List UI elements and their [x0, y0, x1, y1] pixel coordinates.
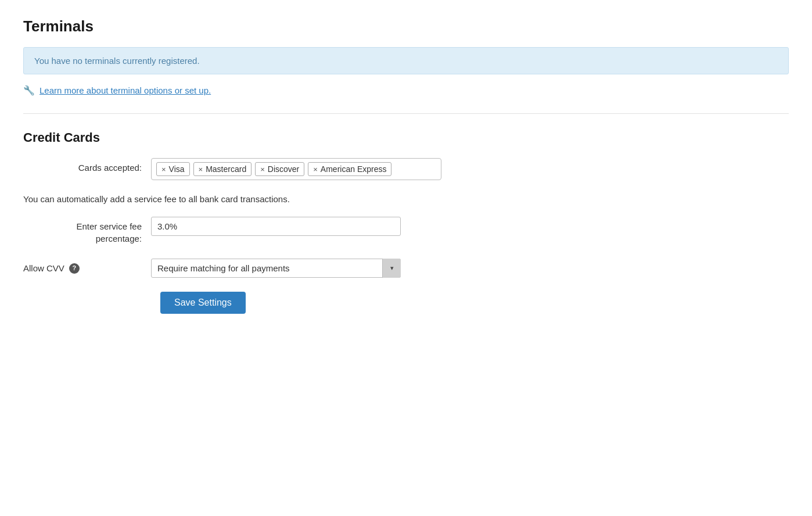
tag-visa-label: Visa — [169, 164, 185, 174]
no-terminals-banner: You have no terminals currently register… — [23, 47, 789, 74]
save-settings-button[interactable]: Save Settings — [160, 292, 246, 314]
learn-more-link[interactable]: Learn more about terminal options or set… — [39, 85, 211, 95]
tag-discover: × Discover — [255, 162, 304, 176]
page-title: Terminals — [23, 17, 789, 35]
tag-amex-label: American Express — [321, 164, 387, 174]
credit-cards-title: Credit Cards — [23, 130, 789, 145]
wrench-icon: 🔧 — [23, 85, 35, 96]
tag-amex: × American Express — [308, 162, 391, 176]
cvv-select-wrapper: Require matching for all payments Option… — [151, 259, 401, 278]
cards-tags-container: × Visa × Mastercard × Discover × America… — [151, 158, 441, 180]
cards-accepted-control: × Visa × Mastercard × Discover × America… — [151, 158, 789, 180]
learn-more-row: 🔧 Learn more about terminal options or s… — [23, 85, 789, 96]
service-fee-note: You can automatically add a service fee … — [23, 194, 789, 204]
service-fee-control — [151, 217, 789, 236]
no-terminals-message: You have no terminals currently register… — [34, 56, 200, 66]
cvv-select-control: Require matching for all payments Option… — [151, 259, 789, 278]
remove-discover-button[interactable]: × — [260, 166, 265, 173]
tag-discover-label: Discover — [268, 164, 299, 174]
cards-accepted-row: Cards accepted: × Visa × Mastercard × Di… — [23, 158, 789, 180]
allow-cvv-label: Allow CVV — [23, 262, 64, 274]
tag-mastercard: × Mastercard — [193, 162, 252, 176]
allow-cvv-row: Allow CVV ? Require matching for all pay… — [23, 259, 789, 278]
remove-visa-button[interactable]: × — [161, 166, 166, 173]
cards-accepted-label: Cards accepted: — [23, 158, 151, 174]
section-divider — [23, 113, 789, 114]
allow-cvv-label-container: Allow CVV ? — [23, 259, 151, 274]
tag-mastercard-label: Mastercard — [206, 164, 246, 174]
cvv-select[interactable]: Require matching for all payments Option… — [151, 259, 401, 278]
service-fee-row: Enter service fee percentage: — [23, 217, 789, 245]
service-fee-input[interactable] — [151, 217, 401, 236]
tag-visa: × Visa — [156, 162, 190, 176]
remove-amex-button[interactable]: × — [313, 166, 318, 173]
service-fee-label: Enter service fee percentage: — [23, 217, 151, 245]
remove-mastercard-button[interactable]: × — [199, 166, 203, 173]
cvv-help-icon[interactable]: ? — [69, 263, 80, 274]
